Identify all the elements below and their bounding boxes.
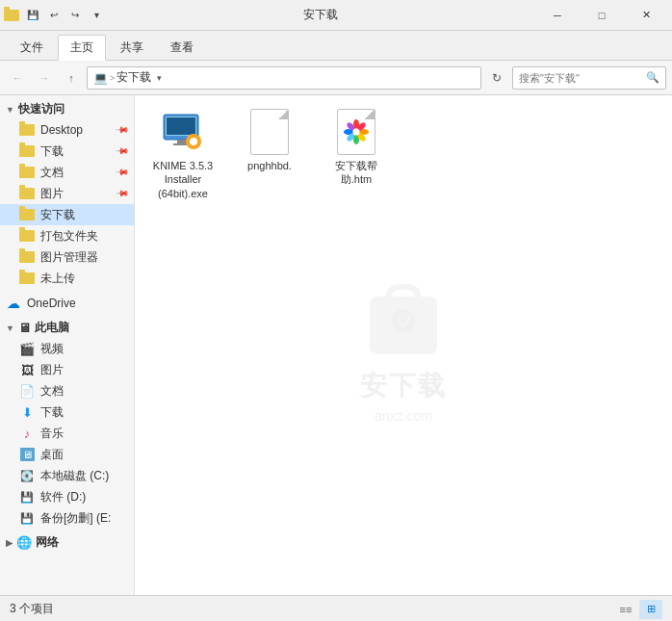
sidebar-item-download2[interactable]: ⬇ 下载 — [0, 401, 134, 423]
svg-rect-10 — [193, 134, 194, 137]
ribbon-tab-share[interactable]: 共享 — [108, 35, 156, 60]
file-item-knime[interactable]: KNIME 3.5.3 Installer (64bit).exe — [144, 105, 221, 204]
svg-rect-0 — [370, 297, 437, 354]
sidebar-item-document[interactable]: 文档 📌 — [0, 162, 134, 183]
sidebar-item-music[interactable]: ♪ 音乐 — [0, 423, 134, 444]
view-list-btn[interactable]: ≡≡ — [614, 600, 637, 619]
notuploaded-folder-icon — [19, 271, 35, 286]
sidebar-item-drive-d[interactable]: 💾 软件 (D:) — [0, 486, 134, 507]
sidebar-item-packed[interactable]: 打包文件夹 — [0, 225, 134, 246]
up-button[interactable]: ↑ — [60, 66, 83, 90]
htm-file-label: 安下载帮助.htm — [322, 159, 391, 187]
title-bar-left: 💾 ↩ ↪ ▾ — [4, 6, 106, 25]
view-grid-btn[interactable]: ⊞ — [639, 600, 662, 619]
qa-save-btn[interactable]: 💾 — [23, 6, 42, 25]
ribbon-tab-home[interactable]: 主页 — [58, 35, 106, 61]
sidebar-item-picture2[interactable]: 🖼 图片 — [0, 359, 134, 380]
pin-icon-document: 📌 — [116, 166, 130, 180]
sidebar-quickaccess-label: 快速访问 — [18, 101, 65, 117]
sidebar-item-drive-e[interactable]: 💾 备份[勿删] (E: — [0, 507, 134, 529]
sidebar-quickaccess-header[interactable]: ▼ 快速访问 — [0, 99, 134, 119]
sidebar-item-video[interactable]: 🎬 视频 — [0, 338, 134, 359]
ribbon-tab-view[interactable]: 查看 — [158, 35, 206, 60]
network-chevron: ▶ — [6, 538, 13, 548]
sidebar-pc-header[interactable]: ▼ 🖥 此电脑 — [0, 318, 134, 338]
picture-folder-icon — [19, 186, 35, 201]
address-path[interactable]: 💻 > 安下载 ▾ — [87, 66, 481, 90]
flower-icon — [343, 118, 370, 145]
watermark-text: 安下载 — [360, 368, 447, 404]
search-icon: 🔍 — [646, 71, 659, 84]
sidebar-section-quickaccess: ▼ 快速访问 Desktop 📌 下载 📌 — [0, 99, 134, 289]
svg-rect-5 — [167, 117, 195, 135]
sidebar-download-label: 下载 — [40, 143, 112, 160]
sidebar-item-picture[interactable]: 图片 📌 — [0, 183, 134, 204]
address-dropdown-btn[interactable]: ▾ — [151, 66, 167, 90]
pin-icon-picture: 📌 — [116, 187, 130, 201]
forward-button[interactable]: → — [33, 66, 56, 90]
png-file-label: pnghhbd. — [247, 159, 292, 172]
sidebar-anzaixia-label: 安下载 — [40, 207, 128, 223]
sidebar-item-download[interactable]: 下载 📌 — [0, 141, 134, 162]
view-grid-icon: ⊞ — [647, 603, 656, 615]
file-item-png[interactable]: pnghhbd. — [231, 105, 308, 204]
imgmgr-folder-icon — [19, 249, 35, 265]
sidebar-network-header[interactable]: ▶ 🌐 网络 — [0, 532, 134, 553]
sidebar-item-notuploaded[interactable]: 未上传 — [0, 268, 134, 289]
file-item-htm[interactable]: 安下载帮助.htm — [318, 105, 395, 204]
svg-rect-11 — [193, 146, 194, 149]
title-folder-icon — [4, 8, 19, 23]
desktop2-icon: 🖥 — [19, 447, 35, 462]
sidebar-item-anzaixia[interactable]: 安下载 — [0, 204, 134, 225]
status-view-buttons: ≡≡ ⊞ — [614, 600, 662, 619]
svg-point-2 — [392, 309, 415, 332]
search-input[interactable] — [519, 72, 646, 84]
breadcrumb-chevron1: > — [110, 73, 115, 83]
close-button[interactable]: ✕ — [624, 0, 668, 31]
sidebar: ▼ 快速访问 Desktop 📌 下载 📌 — [0, 95, 135, 595]
minimize-button[interactable]: ─ — [535, 0, 580, 31]
sidebar-item-drive-c[interactable]: 💽 本地磁盘 (C:) — [0, 465, 134, 486]
qa-undo-btn[interactable]: ↩ — [44, 6, 64, 25]
drive-c-icon: 💽 — [19, 468, 35, 483]
sidebar-item-desktop2[interactable]: 🖥 桌面 — [0, 444, 134, 465]
ribbon: 文件 主页 共享 查看 — [0, 31, 672, 61]
sidebar-music-label: 音乐 — [40, 426, 128, 442]
sidebar-drive-c-label: 本地磁盘 (C:) — [40, 468, 128, 484]
sidebar-video-label: 视频 — [40, 341, 128, 357]
quick-access-bar: 💾 ↩ ↪ ▾ — [23, 6, 106, 25]
sidebar-item-document2[interactable]: 📄 文档 — [0, 380, 134, 401]
sidebar-item-onedrive[interactable]: ☁ OneDrive — [0, 293, 134, 314]
png-file-icon — [246, 109, 293, 155]
watermark: 安下载 anxz.com — [355, 268, 452, 424]
knime-exe-icon — [160, 109, 206, 155]
anzaixia-folder-icon — [19, 207, 35, 222]
refresh-button[interactable]: ↻ — [485, 66, 508, 90]
pc-chevron: ▼ — [6, 323, 14, 333]
document-folder-icon — [19, 165, 35, 180]
sidebar-item-imgmgr[interactable]: 图片管理器 — [0, 246, 134, 268]
breadcrumb: 💻 > 安下载 — [93, 69, 151, 86]
qa-redo-btn[interactable]: ↪ — [65, 6, 85, 25]
quickaccess-chevron: ▼ — [6, 105, 14, 115]
search-box[interactable]: 🔍 — [512, 66, 666, 90]
sidebar-notuploaded-label: 未上传 — [40, 271, 128, 287]
status-bar: 3 个项目 ≡≡ ⊞ — [0, 595, 672, 621]
sidebar-onedrive-label: OneDrive — [27, 297, 128, 310]
pin-icon-desktop: 📌 — [116, 123, 130, 138]
file-area: 安下载 anxz.com — [135, 95, 672, 595]
back-button[interactable]: ← — [6, 66, 29, 90]
desktop-folder-icon — [19, 122, 35, 138]
files-grid: KNIME 3.5.3 Installer (64bit).exe pnghhb… — [144, 105, 662, 204]
ribbon-tab-file[interactable]: 文件 — [8, 35, 56, 60]
pin-icon-download: 📌 — [116, 144, 130, 159]
network-icon: 🌐 — [16, 535, 32, 550]
sidebar-network-label: 网络 — [36, 534, 59, 551]
download-folder-icon — [19, 143, 35, 159]
sidebar-item-desktop[interactable]: Desktop 📌 — [0, 119, 134, 141]
title-bar-title: 安下载 — [106, 7, 535, 23]
qa-down-btn[interactable]: ▾ — [87, 6, 106, 25]
maximize-button[interactable]: □ — [580, 0, 624, 31]
svg-point-23 — [353, 129, 360, 136]
music-icon: ♪ — [19, 426, 35, 441]
